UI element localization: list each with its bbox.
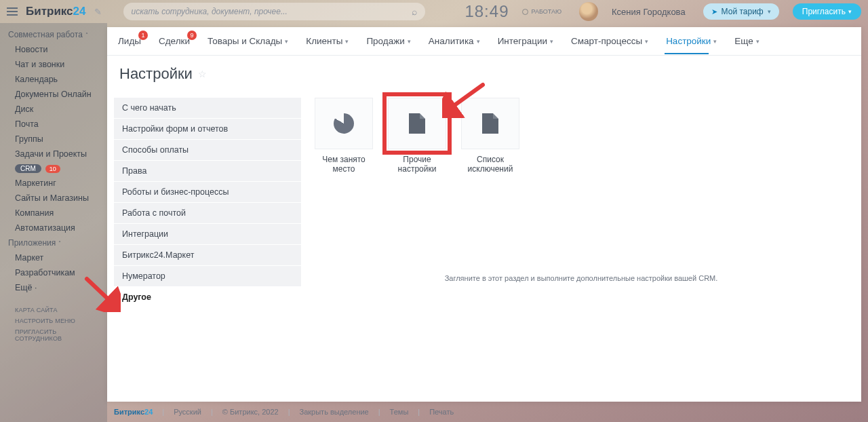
search-input-wrap[interactable]: ⌕: [123, 3, 425, 20]
crm-tabs: Лиды1Сделки9Товары и Склады▾Клиенты▾Прод…: [107, 27, 861, 56]
document-icon: [409, 113, 425, 134]
settings-menu-item[interactable]: Работа с почтой: [114, 203, 301, 224]
sidebar-group-collab[interactable]: Совместная работа˄: [0, 27, 107, 42]
username[interactable]: Ксения Городкова: [612, 7, 686, 17]
rocket-icon: ➤: [711, 7, 717, 16]
settings-tile[interactable]: Чем занято место: [315, 98, 373, 174]
tab-label: Сделки: [159, 36, 190, 46]
sidebar-item[interactable]: Диск: [0, 102, 107, 117]
search-icon[interactable]: ⌕: [412, 6, 417, 17]
logo[interactable]: Битрикс24: [26, 5, 86, 18]
settings-tile[interactable]: Прочие настройки: [388, 98, 446, 174]
crm-count-badge: 10: [45, 165, 60, 173]
tab-label: Клиенты: [306, 36, 342, 46]
chevron-up-icon: ˄: [58, 240, 61, 246]
avatar[interactable]: [579, 2, 598, 21]
sidebar-item[interactable]: Компания: [0, 206, 107, 220]
settings-menu-item[interactable]: Роботы и бизнес-процессы: [114, 182, 301, 203]
sidebar-item[interactable]: Чат и звонки: [0, 57, 107, 72]
tab-7[interactable]: Смарт-процессы▾: [571, 36, 648, 46]
sidebar-item[interactable]: Новости: [0, 42, 107, 57]
tab-0[interactable]: Лиды1: [118, 36, 141, 46]
sidebar-item[interactable]: Группы: [0, 132, 107, 147]
tab-label: Товары и Склады: [208, 36, 282, 46]
sidebar-small[interactable]: НАСТРОИТЬ МЕНЮ: [0, 315, 107, 326]
tab-3[interactable]: Клиенты▾: [306, 36, 349, 46]
settings-menu-item[interactable]: Права: [114, 161, 301, 182]
crm-pill: CRM: [15, 164, 41, 173]
footer-lang[interactable]: Русский: [174, 408, 201, 416]
menu-icon[interactable]: [7, 7, 18, 16]
chevron-down-icon: ▾: [645, 38, 648, 45]
footer-link[interactable]: Темы: [390, 408, 409, 416]
tab-6[interactable]: Интеграции▾: [498, 36, 553, 46]
sidebar-item[interactable]: Разработчикам: [0, 265, 107, 280]
edit-icon[interactable]: ✎: [94, 7, 102, 17]
tab-9[interactable]: Еще▾: [734, 36, 759, 46]
chevron-down-icon: ▾: [408, 38, 411, 45]
sidebar-small[interactable]: ПРИГЛАСИТЬ СОТРУДНИКОВ: [0, 326, 107, 344]
tile-label: Прочие настройки: [388, 155, 446, 174]
main-panel: Лиды1Сделки9Товары и Склады▾Клиенты▾Прод…: [107, 27, 861, 402]
chevron-down-icon: ▾: [285, 38, 288, 45]
settings-tile[interactable]: Список исключений: [461, 98, 519, 174]
settings-menu-item[interactable]: С чего начать: [114, 98, 301, 119]
tab-5[interactable]: Аналитика▾: [429, 36, 480, 46]
tab-label: Настройки: [666, 36, 711, 46]
sidebar-item[interactable]: Сайты и Магазины: [0, 191, 107, 206]
chevron-down-icon: ▾: [550, 38, 553, 45]
tab-badge: 1: [138, 31, 148, 40]
footer-link[interactable]: Печать: [429, 408, 454, 416]
logo-text-2: 24: [73, 5, 86, 18]
tab-label: Интеграции: [498, 36, 547, 46]
sidebar-item[interactable]: Почта: [0, 117, 107, 132]
sidebar-item[interactable]: Задачи и Проекты: [0, 147, 107, 161]
settings-menu-item[interactable]: Способы оплаты: [114, 140, 301, 161]
invite-button[interactable]: Пригласить ▾: [793, 3, 861, 20]
sidebar-item[interactable]: Календарь: [0, 72, 107, 87]
logo-text-1: Битрикс: [26, 5, 73, 18]
footer-link[interactable]: Закрыть выделение: [300, 408, 369, 416]
tab-2[interactable]: Товары и Склады▾: [208, 36, 288, 46]
chevron-down-icon: ▾: [713, 38, 717, 45]
chevron-down-icon: ▾: [477, 38, 480, 45]
chevron-down-icon: ▾: [345, 38, 349, 45]
settings-menu-item[interactable]: Настройки форм и отчетов: [114, 119, 301, 140]
tab-label: Смарт-процессы: [571, 36, 642, 46]
tariff-label: Мой тариф: [722, 7, 764, 16]
sidebar-item-crm[interactable]: CRM 10: [0, 161, 107, 176]
tab-label: Продажи: [366, 36, 404, 46]
tab-label: Аналитика: [429, 36, 474, 46]
tile-label: Чем занято место: [315, 155, 373, 174]
sidebar-item[interactable]: Автоматизация: [0, 220, 107, 235]
work-status[interactable]: РАБОТАЮ: [522, 8, 561, 15]
tiles-area: Чем занято местоПрочие настройкиСписок и…: [301, 98, 861, 402]
sidebar-item[interactable]: Маркетинг: [0, 176, 107, 191]
sidebar: Совместная работа˄ Новости Чат и звонки …: [0, 23, 107, 422]
settings-menu-item[interactable]: Нумератор: [114, 266, 301, 287]
tile-label: Список исключений: [461, 155, 519, 174]
sidebar-small[interactable]: КАРТА САЙТА: [0, 305, 107, 315]
pie-chart-icon: [334, 113, 354, 134]
sidebar-item[interactable]: Маркет: [0, 250, 107, 265]
search-input[interactable]: [132, 7, 412, 16]
tab-badge: 9: [187, 31, 197, 40]
page-header: Настройки ☆: [107, 56, 861, 90]
sidebar-group-apps[interactable]: Приложения˄: [0, 235, 107, 250]
tab-4[interactable]: Продажи▾: [366, 36, 410, 46]
sidebar-item[interactable]: Документы Онлайн: [0, 87, 107, 102]
footer-logo[interactable]: Битрикс24: [114, 408, 153, 416]
chevron-up-icon: ˄: [85, 32, 88, 38]
settings-menu-item[interactable]: Битрикс24.Маркет: [114, 245, 301, 266]
tariff-button[interactable]: ➤ Мой тариф ▾: [703, 3, 779, 20]
favorite-star-icon[interactable]: ☆: [198, 69, 207, 79]
clock: 18:49: [465, 2, 509, 21]
chevron-down-icon: ▾: [848, 8, 852, 15]
settings-menu-item[interactable]: Другое: [114, 287, 301, 308]
sidebar-item[interactable]: Ещё ·: [0, 280, 107, 295]
chevron-down-icon: ▾: [768, 8, 771, 15]
invite-label: Пригласить: [802, 7, 846, 16]
tab-8[interactable]: Настройки▾: [666, 36, 717, 46]
settings-menu-item[interactable]: Интеграции: [114, 224, 301, 245]
tab-1[interactable]: Сделки9: [159, 36, 190, 46]
